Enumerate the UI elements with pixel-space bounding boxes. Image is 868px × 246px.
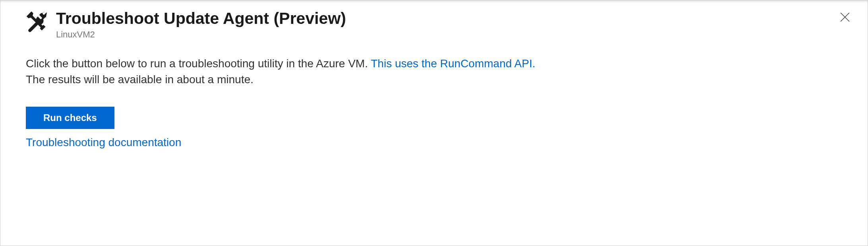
panel-subtitle: LinuxVM2 xyxy=(56,29,346,40)
panel-title: Troubleshoot Update Agent (Preview) xyxy=(56,8,346,29)
panel-content: Click the button below to run a troubles… xyxy=(26,56,852,149)
description-part1: Click the button below to run a troubles… xyxy=(26,57,371,70)
description-text: Click the button below to run a troubles… xyxy=(26,56,852,88)
run-checks-button[interactable]: Run checks xyxy=(26,107,114,129)
close-icon xyxy=(839,12,851,24)
troubleshooting-doc-link[interactable]: Troubleshooting documentation xyxy=(26,136,181,149)
wrench-screwdriver-icon xyxy=(26,11,48,33)
close-button[interactable] xyxy=(837,9,853,26)
panel-header: Troubleshoot Update Agent (Preview) Linu… xyxy=(26,8,852,40)
runcommand-api-link[interactable]: This uses the RunCommand API. xyxy=(371,57,535,70)
troubleshoot-panel: Troubleshoot Update Agent (Preview) Linu… xyxy=(0,0,868,246)
description-part2: The results will be available in about a… xyxy=(26,73,254,86)
